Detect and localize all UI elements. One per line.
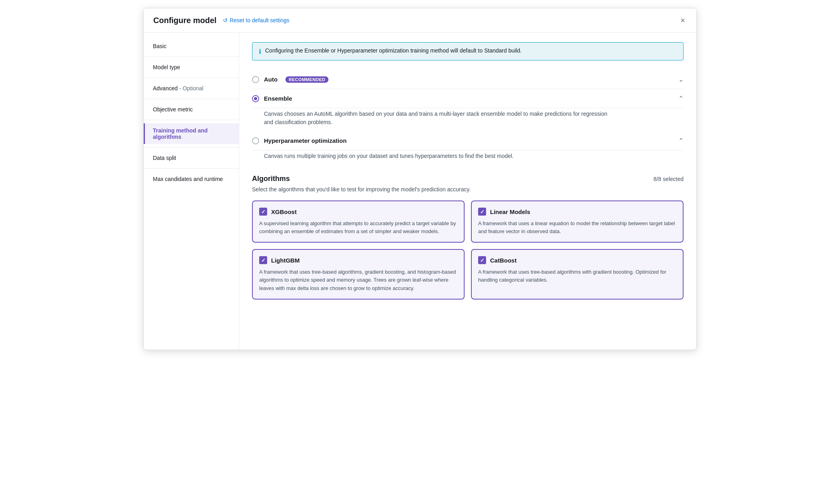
hyperparameter-description: Canvas runs multiple training jobs on yo… [252, 150, 610, 165]
sidebar-divider-2 [144, 78, 239, 78]
checkbox-linear-models: ✓ [478, 208, 486, 216]
sidebar-item-data-split[interactable]: Data split [144, 151, 239, 165]
radio-left-ensemble: Ensemble [252, 95, 292, 102]
algorithm-card-lightgbm[interactable]: ✓ LightGBM A framework that uses tree-ba… [252, 249, 465, 299]
catboost-header: ✓ CatBoost [478, 256, 676, 264]
main-content: ℹ Configuring the Ensemble or Hyperparam… [239, 33, 696, 350]
radio-auto-label: Auto [264, 76, 277, 83]
algorithm-card-xgboost[interactable]: ✓ XGBoost A supervised learning algorith… [252, 200, 465, 243]
linear-models-desc: A framework that uses a linear equation … [478, 220, 676, 235]
radio-left-auto: Auto Recommended [252, 76, 328, 83]
catboost-name: CatBoost [490, 257, 517, 264]
refresh-icon: ↺ [223, 17, 228, 23]
radio-row-auto[interactable]: Auto Recommended ⌄ [252, 70, 684, 89]
training-methods-section: Auto Recommended ⌄ Ensemble ⌃ [252, 70, 684, 165]
sidebar-divider-1 [144, 56, 239, 57]
modal-body: Basic Model type Advanced - Optional Obj… [144, 33, 696, 350]
algorithms-subtitle: Select the algorithms that you'd like to… [252, 186, 684, 193]
sidebar-item-advanced[interactable]: Advanced - Optional [144, 81, 239, 95]
sidebar-item-max-candidates[interactable]: Max candidates and runtime [144, 172, 239, 186]
info-banner-text: Configuring the Ensemble or Hyperparamet… [265, 47, 522, 54]
radio-row-hyperparameter[interactable]: Hyperparameter optimization ⌃ [252, 131, 684, 150]
lightgbm-name: LightGBM [271, 257, 300, 264]
lightgbm-desc: A framework that uses tree-based algorit… [259, 268, 457, 292]
algorithms-header: Algorithms 8/8 selected [252, 175, 684, 183]
sidebar-item-basic[interactable]: Basic [144, 39, 239, 53]
checkbox-lightgbm: ✓ [259, 256, 267, 264]
lightgbm-header: ✓ LightGBM [259, 256, 457, 264]
radio-hyperparameter[interactable] [252, 137, 259, 144]
sidebar-item-objective-metric[interactable]: Objective metric [144, 102, 239, 117]
algorithms-title: Algorithms [252, 175, 290, 183]
reset-label: Reset to default settings [230, 17, 289, 23]
sidebar: Basic Model type Advanced - Optional Obj… [144, 33, 239, 350]
hyperparameter-section: Hyperparameter optimization ⌃ Canvas run… [252, 131, 684, 165]
xgboost-desc: A supervised learning algorithm that att… [259, 220, 457, 235]
reset-link[interactable]: ↺ Reset to default settings [223, 17, 289, 23]
linear-models-header: ✓ Linear Models [478, 208, 676, 216]
catboost-desc: A framework that uses tree-based algorit… [478, 268, 676, 284]
sidebar-divider-5 [144, 147, 239, 148]
radio-auto[interactable] [252, 76, 259, 83]
algorithm-card-linear-models[interactable]: ✓ Linear Models A framework that uses a … [471, 200, 684, 243]
sidebar-item-model-type[interactable]: Model type [144, 60, 239, 74]
sidebar-divider-6 [144, 168, 239, 169]
radio-row-ensemble[interactable]: Ensemble ⌃ [252, 89, 684, 108]
chevron-up-hyperparameter[interactable]: ⌃ [678, 137, 684, 144]
modal-header: Configure model ↺ Reset to default setti… [144, 8, 696, 33]
info-banner: ℹ Configuring the Ensemble or Hyperparam… [252, 42, 684, 60]
chevron-up-ensemble[interactable]: ⌃ [678, 95, 684, 102]
checkbox-xgboost: ✓ [259, 208, 267, 216]
close-button[interactable]: × [679, 15, 687, 26]
xgboost-name: XGBoost [271, 208, 297, 215]
info-icon: ℹ [259, 48, 261, 55]
ensemble-description: Canvas chooses an AutoML algorithm based… [252, 108, 610, 131]
sidebar-item-training-method[interactable]: Training method and algorithms [144, 123, 239, 144]
radio-hyperparameter-label: Hyperparameter optimization [264, 137, 347, 144]
radio-dot-ensemble [254, 97, 257, 100]
algorithms-count: 8/8 selected [654, 176, 684, 182]
ensemble-section: Ensemble ⌃ Canvas chooses an AutoML algo… [252, 89, 684, 131]
badge-recommended: Recommended [285, 76, 328, 83]
radio-ensemble-label: Ensemble [264, 95, 292, 102]
sidebar-divider-3 [144, 99, 239, 99]
xgboost-header: ✓ XGBoost [259, 208, 457, 216]
sidebar-divider-4 [144, 120, 239, 120]
configure-model-modal: Configure model ↺ Reset to default setti… [143, 8, 697, 350]
radio-left-hyperparameter: Hyperparameter optimization [252, 137, 347, 144]
algorithm-card-catboost[interactable]: ✓ CatBoost A framework that uses tree-ba… [471, 249, 684, 299]
algorithms-grid: ✓ XGBoost A supervised learning algorith… [252, 200, 684, 300]
modal-title: Configure model [153, 16, 217, 25]
algorithms-section: Algorithms 8/8 selected Select the algor… [252, 175, 684, 300]
chevron-down-auto[interactable]: ⌄ [678, 76, 684, 83]
linear-models-name: Linear Models [490, 208, 530, 215]
advanced-optional-sub: - Optional [179, 85, 203, 91]
checkbox-catboost: ✓ [478, 256, 486, 264]
radio-ensemble[interactable] [252, 95, 259, 102]
